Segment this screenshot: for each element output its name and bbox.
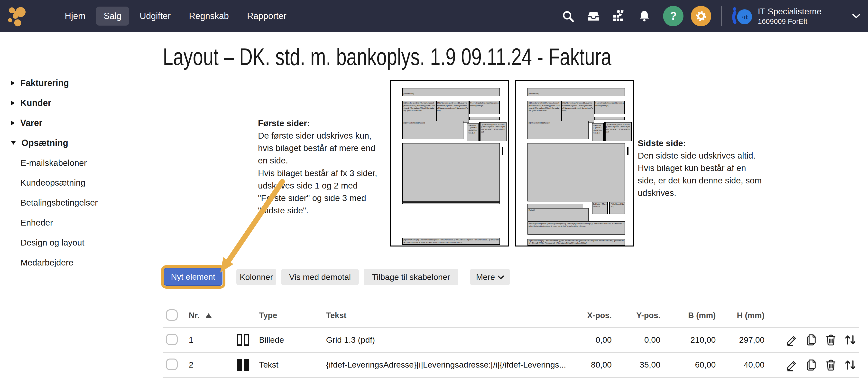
delete-button[interactable] (824, 358, 838, 372)
sidebar-section-fakturering[interactable]: Fakturering (0, 73, 152, 93)
column-header-ypos[interactable]: Y-pos. (612, 311, 660, 320)
question-mark-icon: ? (670, 10, 677, 22)
row-checkbox[interactable] (166, 358, 178, 370)
column-header-h-mm[interactable]: H (mm) (716, 311, 765, 320)
first-pages-note-heading: Første sider: (258, 117, 383, 129)
preview-layout-box: : [FakturaNr]{ifdef-OrdreNr} : [OrdreNr]… (604, 122, 632, 141)
row-checkbox[interactable] (166, 334, 178, 345)
sidebar-item-kundeopsaetning[interactable]: Kundeopsætning (0, 173, 152, 193)
move-up-down-button[interactable] (844, 358, 857, 372)
cell-b-mm: 210,00 (660, 335, 716, 345)
column-header-xpos[interactable]: X-pos. (573, 311, 612, 320)
note-line: De første sider udskrives kun, (258, 129, 383, 142)
mere-label: Mere (476, 272, 495, 282)
select-all-checkbox[interactable] (166, 309, 178, 321)
account-menu[interactable]: ·ıt IT Specialisterne 1609009 ForEft (731, 5, 861, 27)
cell-b-mm: 60,00 (660, 360, 716, 370)
account-texts: IT Specialisterne 1609009 ForEft (758, 7, 822, 26)
nav-item-salg[interactable]: Salg (96, 7, 129, 26)
last-page-thumbnail: [FirmaNavn][b][KundeNavn][/b] [KundeAdre… (515, 80, 634, 246)
nav-item-hjem[interactable]: Hjem (57, 7, 93, 26)
preview-layout-box: [b][Overskrift][/b] [Tekst1] (527, 121, 589, 139)
chevron-down-icon (11, 141, 16, 145)
chevron-right-icon (11, 100, 14, 106)
copy-button[interactable] (805, 358, 818, 372)
table-row: 2 Tekst {ifdef-LeveringsAdresse}[i]Lever… (163, 353, 859, 378)
preview-box-text: [b][FirmaNavn][/b] - [FirmaAdresse1]{ifd… (403, 238, 499, 244)
sidebar-section-opsaetning[interactable]: Opsætning (0, 133, 152, 153)
mere-dropdown-button[interactable]: Mere (470, 269, 510, 285)
delete-button[interactable] (824, 333, 838, 347)
preview-box-text: [b][FirmaNavn][/b] - [FirmaAdresse1]{ifd… (528, 239, 625, 245)
sidebar-section-label: Kunder (20, 98, 51, 108)
cell-tekst: Grid 1.3 (pdf) (326, 335, 573, 345)
chevron-down-icon (498, 275, 504, 280)
move-up-down-button[interactable] (844, 333, 857, 347)
sidebar-item-enheder[interactable]: Enheder (0, 213, 152, 233)
cell-h-mm: 297,00 (716, 335, 765, 345)
column-header-type[interactable]: Type (259, 311, 326, 320)
main-navigation: Hjem Salg Udgifter Regnskab Rapporter (57, 7, 294, 26)
annotation-highlight-box: Nyt element (161, 265, 225, 289)
column-header-b-mm[interactable]: B (mm) (660, 311, 716, 320)
preview-layout-box: : [FakturaNr]{ifdef-OrdreNr} : [OrdreNr]… (479, 122, 506, 141)
cell-nr: 1 (189, 335, 237, 345)
sidebar-section-label: Varer (20, 118, 42, 128)
preview-box-text: [b][Overskrift][/b] [Tekst1] (528, 121, 550, 125)
navbar-divider (721, 6, 722, 26)
main-content: Layout – DK. std. m. bankoplys. 1.9 09.1… (152, 32, 868, 379)
account-company-name: IT Specialisterne (758, 7, 822, 16)
bell-icon (638, 9, 651, 23)
first-pages-note: Første sider: De første sider udskrives … (258, 117, 383, 216)
nyt-element-button[interactable]: Nyt element (164, 268, 222, 286)
nav-item-udgifter[interactable]: Udgifter (132, 7, 179, 26)
cell-type: Tekst (259, 360, 326, 370)
sidebar-item-medarbejdere[interactable]: Medarbejdere (0, 253, 152, 272)
notifications-button[interactable] (638, 9, 651, 23)
sidebar: Fakturering Kunder Varer Opsætning E-mai… (0, 32, 152, 379)
preview-layout-box (527, 204, 583, 208)
preview-box-text: Betalingsbetingelser: [BetalingsBetingel… (528, 222, 625, 228)
settings-button[interactable] (691, 6, 711, 26)
preview-layout-box (594, 117, 625, 120)
vis-med-demotal-button[interactable]: Vis med demotal (281, 269, 359, 285)
preview-layout-box: [b][Overskrift][/b] [Tekst1] (402, 121, 463, 139)
cell-ypos: 35,00 (612, 360, 660, 370)
account-agreement-number: 1609009 ForEft (758, 17, 822, 26)
sidebar-item-design-og-layout[interactable]: Design og layout (0, 233, 152, 253)
search-button[interactable] (561, 9, 575, 23)
preview-box-text: [FirmaNavn] (528, 92, 540, 96)
sidebar-section-varer[interactable]: Varer (0, 113, 152, 133)
edit-button[interactable] (785, 358, 799, 372)
note-line: "Første sider" og side 3 med (258, 192, 383, 204)
column-header-tekst[interactable]: Tekst (326, 311, 573, 320)
kolonner-button[interactable]: Kolonner (236, 269, 276, 285)
preview-layout-box: [b][KundeNavn][/b] [KundeAdresse] [Kunde… (402, 101, 436, 122)
tilbage-til-skabeloner-button[interactable]: Tilbage til skabeloner (364, 269, 458, 285)
preview-layout-box: [b][KundeNavn][/b] [KundeAdresse] [Kunde… (527, 101, 561, 122)
text-element-icon (237, 359, 259, 371)
preview-layout-box (469, 117, 500, 120)
apps-grid-button[interactable] (612, 9, 626, 23)
preview-layout-box: [b][FirmaNavn][/b] - [FirmaAdresse1]{ifd… (402, 238, 500, 245)
preview-box-text: [b][KundeNavn][/b] [KundeAdresse] [Kunde… (403, 101, 436, 113)
copy-button[interactable] (805, 333, 818, 347)
inbox-icon (587, 9, 600, 23)
nav-item-regnskab[interactable]: Regnskab (181, 7, 236, 26)
economic-logo[interactable] (7, 4, 28, 28)
cell-type: Billede (259, 335, 326, 345)
cell-h-mm: 40,00 (716, 360, 765, 370)
sidebar-section-kunder[interactable]: Kunder (0, 93, 152, 113)
column-header-nr[interactable]: Nr. (189, 311, 237, 320)
edit-button[interactable] (785, 333, 799, 347)
sidebar-item-emailskabeloner[interactable]: E-mailskabeloner (0, 153, 152, 173)
inbox-button[interactable] (587, 9, 600, 23)
nav-item-rapporter[interactable]: Rapporter (239, 7, 294, 26)
help-button[interactable]: ? (663, 6, 683, 26)
app-window: Hjem Salg Udgifter Regnskab Rapporter (0, 0, 868, 379)
preview-box-text: f-LeveringsBetingelse}[i]Leveringsbeting… (470, 101, 499, 108)
sidebar-item-betalingsbetingelser[interactable]: Betalingsbetingelser (0, 193, 152, 213)
row-actions (765, 358, 859, 372)
first-pages-thumbnail: [FirmaNavn][b][KundeNavn][/b] [KundeAdre… (390, 80, 509, 246)
cell-tekst: {ifdef-LeveringsAdresse}[i]Leveringsadre… (326, 360, 573, 370)
